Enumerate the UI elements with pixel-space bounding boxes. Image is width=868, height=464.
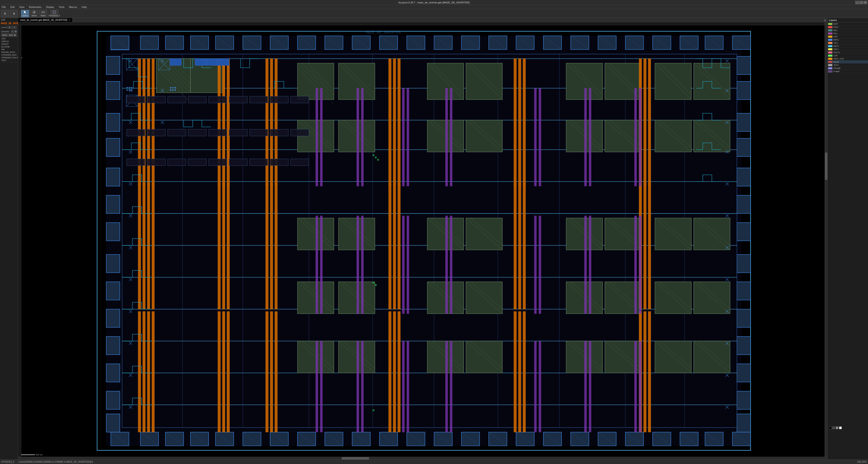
svg-rect-494 (375, 284, 377, 286)
layer-diff[interactable]: DIFF (828, 22, 868, 26)
menu-file[interactable]: File (1, 6, 7, 8)
close-button[interactable]: ✕ (864, 1, 867, 4)
svg-rect-393 (170, 89, 171, 91)
layer-poly[interactable]: POLY (828, 26, 868, 29)
svg-rect-118 (106, 82, 120, 100)
minimize-button[interactable]: _ (855, 1, 859, 4)
svg-rect-292 (266, 59, 268, 186)
vscroll-thumb[interactable] (825, 153, 827, 180)
select-button[interactable]: Select (21, 10, 29, 17)
svg-rect-298 (514, 59, 517, 186)
svg-marker-5 (32, 12, 33, 13)
color-mid[interactable] (836, 427, 838, 429)
layer-via1[interactable]: VIA1 (828, 41, 868, 44)
svg-rect-392 (175, 87, 176, 88)
levels-label: Levels (1, 26, 7, 29)
menu-view[interactable]: View (18, 6, 26, 8)
library-dropdown[interactable]: Basic - Basic layout objects (1, 33, 17, 37)
svg-rect-332 (275, 311, 277, 432)
layer-textdots[interactable]: TEXT.. (828, 64, 868, 67)
main-tab[interactable]: maze_de_inverter.gds [MAZE_DE_INVERTER] … (18, 18, 72, 22)
tab-close-arrow[interactable]: ✕ (824, 19, 827, 22)
layer-met1[interactable]: MET1 (828, 38, 868, 41)
shape-round-path[interactable]: ROUND_PATH (1, 51, 17, 54)
svg-rect-290 (222, 59, 225, 186)
svg-rect-338 (523, 311, 526, 432)
svg-rect-142 (737, 364, 750, 382)
menu-macros[interactable]: Macros (68, 6, 78, 8)
svg-marker-1 (13, 12, 15, 15)
menu-display[interactable]: Display (45, 6, 55, 8)
svg-rect-373 (361, 341, 364, 432)
layer-cap[interactable]: CAP (828, 54, 868, 57)
icps-button[interactable]: ICPS2023_5 (50, 10, 58, 17)
shape-circle[interactable]: CIRCLE (1, 40, 17, 43)
forward-button[interactable] (10, 10, 18, 17)
layer-name-diff: DIFF (833, 23, 868, 25)
shape-ellipse[interactable]: ELLIPSE (1, 45, 17, 48)
shape-donut[interactable]: DONUT (1, 43, 17, 45)
levels-to-input[interactable] (12, 26, 17, 29)
layer-nill[interactable]: NILL (828, 29, 868, 32)
window-controls[interactable]: _ □ ✕ (855, 1, 867, 4)
vertical-scrollbar[interactable] (825, 22, 827, 457)
layer-text[interactable]: TEXT (828, 48, 868, 51)
svg-rect-319 (523, 184, 526, 309)
horizontal-scrollbar[interactable] (18, 457, 827, 460)
svg-rect-350 (534, 88, 537, 186)
ruler-button[interactable]: Ruler (39, 10, 47, 17)
layer-pill[interactable]: PILL (828, 32, 868, 35)
svg-rect-297 (398, 59, 400, 186)
hscroll-thumb[interactable] (342, 457, 369, 460)
svg-rect-346 (402, 88, 404, 186)
svg-rect-486 (170, 59, 181, 65)
svg-rect-130 (106, 414, 120, 432)
libraries-settings-btn[interactable]: ⚙ (14, 30, 17, 33)
svg-rect-375 (407, 341, 409, 432)
shape-arc[interactable]: ARC (1, 37, 17, 40)
menubar: File Edit View Bookmarks Display Tools M… (0, 5, 868, 9)
shape-text[interactable]: TEXT (1, 59, 17, 62)
color-dark[interactable] (832, 427, 835, 429)
svg-rect-358 (357, 216, 359, 314)
levels-from-input[interactable] (7, 26, 12, 29)
layer-color-cnt (828, 35, 833, 38)
libraries-add-btn[interactable]: + (11, 30, 14, 33)
layer-frame[interactable]: FRAME (828, 67, 868, 70)
scale-bar: 500 nm (21, 454, 42, 456)
svg-rect-356 (316, 216, 318, 314)
svg-rect-285 (138, 59, 141, 186)
layer-textcap[interactable]: TEXT_CAP (828, 57, 868, 60)
svg-rect-391 (172, 87, 174, 88)
svg-rect-417 (188, 129, 206, 136)
svg-rect-324 (143, 311, 145, 432)
svg-rect-428 (229, 159, 248, 165)
main-canvas[interactable]: MAZE_DE_INVERTER (18, 22, 827, 460)
svg-rect-349 (450, 88, 452, 186)
layer-pwell[interactable]: P-Well (828, 70, 868, 73)
svg-rect-293 (270, 59, 273, 186)
menu-help[interactable]: Help (81, 6, 88, 8)
menu-bookmarks[interactable]: Bookmarks (28, 6, 42, 8)
layer-cnt[interactable]: CNT (828, 35, 868, 38)
layer-poly2[interactable]: POLY2 (828, 51, 868, 54)
layer-color-poly2 (828, 51, 833, 54)
shape-stroked-box[interactable]: STROKED_BOX (1, 54, 17, 56)
svg-rect-288 (152, 59, 154, 186)
layer-met2[interactable]: MET2 (828, 44, 868, 48)
color-white[interactable] (839, 427, 842, 429)
svg-rect-335 (398, 311, 400, 432)
back-button[interactable] (1, 10, 9, 17)
move-button[interactable]: Move (30, 10, 38, 17)
tab-close-icon[interactable]: ✕ (69, 19, 70, 21)
svg-rect-491 (375, 156, 377, 158)
menu-tools[interactable]: Tools (58, 6, 65, 8)
menu-edit[interactable]: Edit (9, 6, 16, 8)
shape-pie[interactable]: PIE (1, 48, 17, 51)
svg-rect-129 (106, 391, 120, 409)
maximize-button[interactable]: □ (860, 1, 863, 4)
color-black[interactable] (829, 427, 832, 429)
svg-marker-3 (34, 10, 35, 11)
shape-stroked-polygon[interactable]: STROKED_POLYGON (1, 56, 17, 59)
layer-parna[interactable]: Parna (828, 60, 868, 64)
